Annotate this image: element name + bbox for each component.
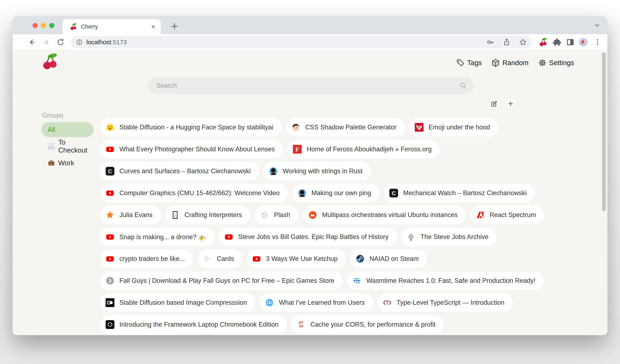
bookmark-pill[interactable]: Multipass orchestrates virtual Ubuntu in… [303,206,466,224]
briefcase-icon [47,159,55,167]
side-panel-icon[interactable] [566,38,575,47]
groups-heading: Groups [42,112,98,119]
bookmark-pill[interactable]: Introducing the Framework Laptop Chromeb… [100,315,287,334]
bookmark-pill[interactable]: Plash [255,206,298,224]
sd-compress-icon [106,298,114,307]
nav-random[interactable]: Random [491,59,528,67]
share-icon[interactable] [503,38,511,46]
bookmark-pill[interactable]: crypto traders be like... [100,249,193,268]
bookmark-pill[interactable]: What I've Learned from Users [260,293,373,312]
tab-close-icon[interactable] [150,23,156,30]
bookmark-pill[interactable]: ;Crafting Interpreters [165,206,250,224]
bookmark-pill[interactable]: Stable Diffusion based Image Compresssio… [100,293,255,312]
bird-extension-icon[interactable] [579,38,588,47]
bookmark-pill[interactable]: Emoji under the hood [409,118,498,137]
address-bar[interactable]: localhost:5173 [71,36,532,48]
cherry-app-logo [41,53,59,70]
dice-icon [491,59,500,67]
bookmark-pill[interactable]: CMechanical Watch – Bartosz Ciechanowski [384,184,535,202]
sidebar-group-all[interactable]: All [41,122,93,137]
bookmark-pill[interactable]: What Every Photographer Should Know Abou… [100,140,283,159]
svg-text:C: C [108,168,112,174]
minimize-window-button[interactable] [41,23,46,28]
bookmark-pill[interactable]: Computer Graphics (CMU 15-462/662): Welc… [100,184,288,202]
youtube-icon [224,232,233,241]
bookmark-title: Multipass orchestrates virtual Ubuntu in… [322,211,458,219]
browser-toolbar: localhost:5173 [13,34,607,50]
hugging-face-icon [106,123,114,132]
bookmark-pill[interactable]: Julia Evans [100,206,161,224]
svg-text:C: C [392,190,396,197]
avatar-sunglasses-icon [269,167,278,176]
bookmark-pill[interactable]: NAIAD on Steam [350,249,427,268]
bookmark-pill-partial[interactable] [100,334,184,335]
bookmark-pill[interactable]: Snap is making... a drone? 🚁 [100,228,215,246]
bookmark-star-icon[interactable] [519,38,527,46]
edit-bookmarks-button[interactable] [488,97,500,110]
unicorn-icon [260,211,269,219]
tab-search-chevron-icon[interactable] [593,21,601,30]
password-manager-icon[interactable] [486,38,494,46]
bookmark-title: Crafting Interpreters [185,211,242,219]
bookmark-pill[interactable]: Type-Level TypeScript — Introduction [377,293,513,312]
bookmark-pill[interactable]: React Spectrum [470,206,544,224]
new-tab-button[interactable] [170,21,180,31]
youtube-icon [106,254,114,263]
bookmark-pill[interactable]: CCurves and Surfaces – Bartosz Ciechanow… [100,162,259,181]
bookmark-title: Home of Feross Aboukhadijeh » Feross.org [307,145,432,153]
bookmark-title: Type-Level TypeScript — Introduction [397,299,504,306]
site-info-icon[interactable] [76,38,83,46]
bookmark-pill[interactable]: HTTPCache your CORS, for performance & p… [291,315,444,334]
bookmark-pill[interactable]: Stable Diffusion - a Hugging Face Space … [100,118,282,137]
fox-badge-icon [415,123,424,132]
bookmark-pill[interactable]: Cards [198,249,243,268]
search-icon [459,82,467,90]
sidebar-group-to-checkout[interactable]: To Checkout [41,139,93,154]
browser-menu-icon[interactable] [593,38,602,47]
back-button[interactable] [28,38,37,47]
close-window-button[interactable] [32,23,38,28]
youtube-icon [106,189,114,197]
bartosz-c-icon: C [106,167,114,176]
nav-settings[interactable]: Settings [538,59,574,67]
bookmark-title: Wasmtime Reaches 1.0: Fast, Safe and Pro… [366,277,535,285]
bookmark-pill[interactable]: The Steve Jobs Archive [401,228,497,246]
add-bookmark-button[interactable] [504,97,517,110]
bookmark-pill[interactable]: Steve Jobs vs Bill Gates. Epic Rap Battl… [219,228,397,246]
bookmark-title: Steve Jobs vs Bill Gates. Epic Rap Battl… [238,233,388,241]
bytecode-stripes-icon [353,276,361,285]
bookmark-pill[interactable]: Fall Guys | Download & Play Fall Guys on… [100,271,343,290]
group-label: All [47,126,55,134]
page-scrollbar[interactable] [602,52,606,212]
bookmark-pill[interactable]: 3 Ways We Use Ketchup [247,249,346,268]
bookmark-pill[interactable]: Working with strings in Rust [264,162,371,181]
url-host: localhost [86,39,111,46]
steam-icon [356,254,364,263]
bookmark-pill[interactable]: CSS Shadow Palette Generator [286,118,405,137]
reload-button[interactable] [56,38,65,47]
framework-gear-icon [106,320,114,329]
nav-tags[interactable]: Tags [456,59,482,67]
bookmark-row: What Every Photographer Should Know Abou… [100,140,544,159]
bookmark-row: Julia Evans;Crafting InterpretersPlashMu… [100,206,544,224]
bookmark-title: Cache your CORS, for performance & profi… [310,321,436,328]
bookmark-pill[interactable]: FHome of Feross Aboukhadijeh » Feross.or… [287,140,440,159]
extensions-puzzle-icon[interactable] [552,38,561,47]
edit-pencil-icon [491,100,498,107]
nav-tags-label: Tags [467,59,482,67]
bookmark-pill[interactable]: Making our own ping [292,184,380,202]
bookmark-title: The Steve Jobs Archive [420,233,488,241]
sidebar-group-work[interactable]: Work [41,155,93,170]
cherry-extension-icon[interactable] [539,38,548,47]
youtube-icon [252,254,261,263]
youtube-icon [106,145,114,154]
bookmark-title: Snap is making... a drone? 🚁 [119,233,206,241]
forward-button[interactable] [42,38,51,47]
zoom-window-button[interactable] [49,23,54,28]
tab-title: Cherry [81,24,146,30]
bookmark-title: Curves and Surfaces – Bartosz Ciechanows… [119,167,251,175]
browser-tab-cherry[interactable]: Cherry [63,19,161,34]
bookmark-row: Computer Graphics (CMU 15-462/662): Welc… [100,184,544,202]
search-input[interactable] [156,82,459,89]
bookmark-pill[interactable]: Wasmtime Reaches 1.0: Fast, Safe and Pro… [347,271,544,290]
